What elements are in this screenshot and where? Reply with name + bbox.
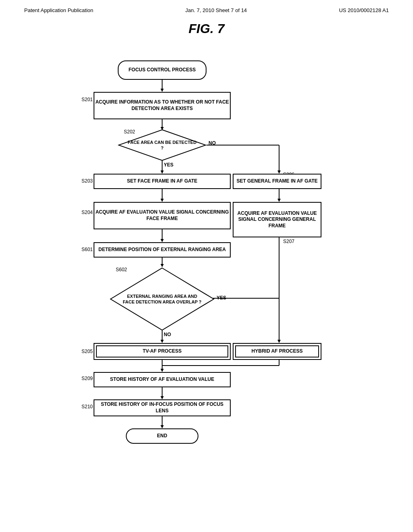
svg-marker-21 [277,199,281,202]
s208-node: HYBRID AF PROCESS [233,343,321,360]
flowchart-container: FOCUS CONTROL PROCESS S201 ACQUIRE INFOR… [49,48,364,492]
end-node: END [126,428,198,444]
header: Patent Application Publication Jan. 7, 2… [0,0,413,17]
s201-node: ACQUIRE INFORMATION AS TO WHETHER OR NOT… [94,92,231,119]
s201-label: S201 [81,97,93,102]
no-label-s602: NO [164,332,171,337]
s210-node: STORE HISTORY OF IN-FOCUS POSITION OF FO… [94,399,231,416]
header-middle: Jan. 7, 2010 Sheet 7 of 14 [186,7,247,13]
s205-label: S205 [81,349,93,354]
s601-node: DETERMINE POSITION OF EXTERNAL RANGING A… [94,242,231,258]
s209-label: S209 [81,376,93,381]
svg-marker-23 [277,340,281,343]
svg-marker-32 [161,425,164,428]
s203-label: S203 [81,178,93,184]
s206-node: SET GENERAL FRAME IN AF GATE [233,174,321,189]
s209-node: STORE HISTORY OF AF EVALUATION VALUE [94,372,231,387]
yes-label-s602: YES [217,295,226,301]
svg-marker-10 [161,199,164,202]
s204-label: S204 [81,210,93,215]
header-right: US 2010/0002128 A1 [339,7,389,13]
start-node: FOCUS CONTROL PROCESS [118,60,206,80]
figure-title: FIG. 7 [0,21,413,36]
s204-node: ACQUIRE AF EVALUATION VALUE SIGNAL CONCE… [94,202,231,229]
yes-label-s202: YES [164,162,173,168]
svg-marker-12 [161,239,164,242]
s207-label: S207 [283,239,294,244]
s601-label: S601 [81,247,93,252]
header-left: Patent Application Publication [24,7,93,13]
svg-marker-14 [161,264,164,267]
svg-marker-5 [161,170,164,174]
no-label-s202: NO [209,140,216,146]
svg-marker-30 [161,396,164,399]
svg-marker-8 [277,170,281,174]
svg-marker-19 [161,340,164,343]
svg-marker-28 [161,369,164,372]
s207-node: ACQUIRE AF EVALUATION VALUE SIGNAL CONCE… [233,202,321,237]
s203-node: SET FACE FRAME IN AF GATE [94,174,231,189]
s205-node: TV-AF PROCESS [94,343,231,360]
s210-label: S210 [81,404,93,409]
svg-marker-1 [161,89,164,92]
